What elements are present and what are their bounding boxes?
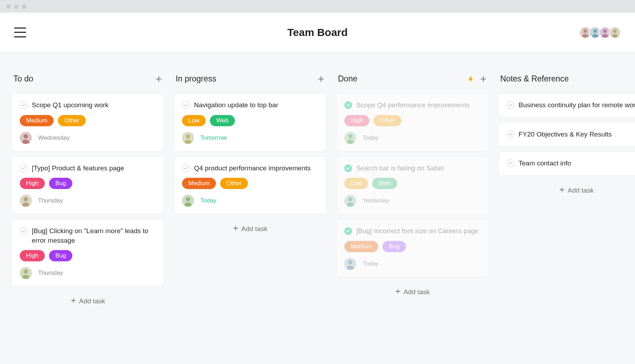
card-tags: MediumOther — [182, 178, 318, 189]
add-card-icon[interactable] — [155, 75, 162, 83]
collaborator-avatars[interactable] — [581, 26, 621, 38]
svg-point-16 — [24, 197, 28, 201]
card-tags: HighBug — [20, 178, 156, 189]
column-header: To do — [12, 74, 164, 84]
automation-bolt-icon[interactable] — [467, 75, 475, 83]
tag-pill[interactable]: Web — [372, 178, 397, 189]
tag-pill[interactable]: Web — [210, 115, 235, 126]
kanban-board: To doScope Q1 upcoming workMediumOtherWe… — [0, 52, 635, 364]
assignee-avatar[interactable] — [182, 132, 194, 144]
task-card[interactable]: Scope Q4 performance improvementsHighOth… — [337, 93, 488, 151]
add-card-icon[interactable] — [318, 75, 325, 83]
card-title: Business continuity plan for remote work — [519, 101, 635, 110]
kanban-column: DoneScope Q4 performance improvementsHig… — [337, 74, 488, 364]
task-card[interactable]: Business continuity plan for remote work — [499, 93, 635, 117]
card-title-row: [Bug] Incorrect font size on Careers pag… — [344, 226, 480, 236]
menu-icon[interactable] — [14, 28, 26, 37]
card-title-row: Search bar is failing on Safari — [344, 164, 480, 173]
svg-point-7 — [603, 29, 607, 33]
tag-pill[interactable]: Low — [182, 115, 206, 126]
assignee-avatar[interactable] — [344, 195, 356, 207]
complete-check-icon[interactable] — [507, 159, 514, 167]
tag-pill[interactable]: High — [344, 115, 369, 126]
add-task-button[interactable]: Add task — [499, 181, 635, 200]
card-meta: Today — [182, 195, 318, 207]
add-task-button[interactable]: Add task — [12, 292, 164, 311]
svg-point-10 — [613, 29, 617, 33]
complete-check-icon[interactable] — [507, 101, 514, 109]
task-card[interactable]: Q4 product performance improvementsMediu… — [174, 157, 326, 214]
tag-pill[interactable]: High — [20, 178, 45, 189]
column-actions — [155, 75, 162, 83]
assignee-avatar[interactable] — [20, 267, 32, 279]
card-meta: Thursday — [20, 195, 156, 207]
task-card[interactable]: Search bar is failing on SafariLowWebYes… — [337, 157, 488, 214]
column-title: To do — [13, 74, 33, 84]
task-card[interactable]: [Typo] Product & features pageHighBugThu… — [12, 157, 164, 214]
tag-pill[interactable]: Bug — [382, 241, 406, 252]
page-title: Team Board — [287, 26, 347, 38]
card-meta: Today — [344, 258, 480, 270]
task-card[interactable]: Navigation update to top barLowWebTomorr… — [174, 93, 326, 151]
column-header: In progress — [174, 74, 326, 84]
column-title: Done — [338, 74, 357, 84]
assignee-avatar[interactable] — [20, 195, 32, 207]
card-meta: Today — [344, 132, 480, 144]
complete-check-icon[interactable] — [344, 164, 352, 172]
card-title-row: Business continuity plan for remote work — [507, 101, 635, 110]
card-title: FY20 Objectives & Key Results — [519, 130, 612, 139]
tag-pill[interactable]: Medium — [344, 241, 378, 252]
tag-pill[interactable]: Bug — [49, 178, 72, 189]
complete-check-icon[interactable] — [20, 164, 28, 172]
task-card[interactable]: Scope Q1 upcoming workMediumOtherWednesd… — [12, 93, 164, 151]
assignee-avatar[interactable] — [344, 258, 356, 270]
add-task-button[interactable]: Add task — [337, 283, 488, 302]
tag-pill[interactable]: High — [20, 250, 45, 261]
task-card[interactable]: [Bug] Incorrect font size on Careers pag… — [337, 219, 488, 277]
complete-check-icon[interactable] — [20, 227, 28, 235]
tag-pill[interactable]: Low — [344, 178, 368, 189]
svg-point-22 — [186, 134, 190, 138]
task-card[interactable]: FY20 Objectives & Key Results — [499, 123, 635, 146]
svg-point-1 — [583, 29, 587, 33]
complete-check-icon[interactable] — [20, 101, 28, 109]
card-meta: Tomorrow — [182, 132, 318, 144]
card-tags: MediumOther — [20, 115, 156, 126]
assignee-avatar[interactable] — [20, 132, 32, 144]
complete-check-icon[interactable] — [182, 164, 190, 172]
add-task-label: Add task — [79, 297, 105, 305]
traffic-light-zoom[interactable] — [22, 4, 26, 9]
traffic-light-minimize[interactable] — [14, 4, 19, 9]
due-date: Wednesday — [38, 134, 69, 141]
complete-check-icon[interactable] — [344, 227, 352, 235]
traffic-light-close[interactable] — [6, 4, 11, 9]
card-title: [Bug] Clicking on "Learn more" leads to … — [32, 226, 156, 245]
complete-check-icon[interactable] — [344, 101, 352, 109]
complete-check-icon[interactable] — [507, 131, 514, 138]
tag-pill[interactable]: Medium — [20, 115, 54, 126]
card-title-row: [Bug] Clicking on "Learn more" leads to … — [20, 226, 156, 245]
tag-pill[interactable]: Medium — [182, 178, 216, 189]
due-date: Today — [363, 260, 379, 267]
task-card[interactable]: [Bug] Clicking on "Learn more" leads to … — [12, 219, 164, 286]
svg-point-34 — [348, 260, 352, 265]
add-task-button[interactable]: Add task — [174, 219, 326, 238]
add-card-icon[interactable] — [480, 75, 487, 83]
tag-pill[interactable]: Other — [220, 178, 248, 189]
complete-check-icon[interactable] — [182, 101, 190, 109]
due-date: Thursday — [38, 197, 63, 204]
due-date: Today — [200, 197, 216, 204]
card-title: Team contact info — [519, 159, 571, 168]
add-task-label: Add task — [568, 187, 594, 194]
tag-pill[interactable]: Other — [374, 115, 401, 126]
svg-point-4 — [593, 29, 597, 33]
due-date: Yesterday — [363, 197, 389, 204]
tag-pill[interactable]: Other — [58, 115, 86, 126]
collaborator-avatar[interactable] — [609, 26, 621, 38]
column-header: Notes & Reference — [499, 74, 635, 84]
assignee-avatar[interactable] — [182, 195, 194, 207]
assignee-avatar[interactable] — [344, 132, 356, 144]
tag-pill[interactable]: Bug — [49, 250, 72, 261]
task-card[interactable]: Team contact info — [499, 152, 635, 175]
due-date: Today — [363, 134, 379, 141]
